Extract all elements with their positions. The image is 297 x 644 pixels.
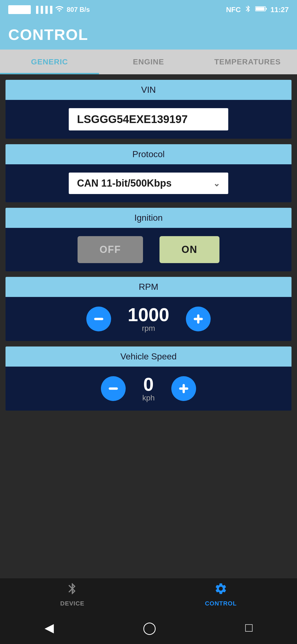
svg-rect-1	[266, 8, 267, 10]
time: 11:27	[271, 6, 289, 14]
protocol-header: Protocol	[6, 144, 292, 164]
plus-icon	[177, 382, 191, 395]
ignition-buttons: OFF ON	[14, 236, 283, 263]
back-button[interactable]: ◀	[45, 621, 54, 635]
speed-number: 0	[142, 375, 155, 394]
volte-badge: VoLTE	[8, 5, 31, 14]
rpm-decrement-button[interactable]	[86, 307, 111, 331]
minus-icon	[92, 312, 106, 326]
vehicle-speed-card: Vehicle Speed 0 kph	[6, 346, 292, 411]
system-nav: ◀ ◯ □	[0, 611, 297, 644]
rpm-value-display: 1000 rpm	[128, 305, 169, 333]
ignition-body: OFF ON	[6, 228, 292, 271]
ignition-on-button[interactable]: ON	[160, 236, 219, 263]
svg-rect-3	[94, 318, 103, 320]
home-button[interactable]: ◯	[143, 621, 156, 635]
rpm-number: 1000	[128, 305, 169, 324]
minus-icon	[106, 382, 120, 395]
gear-nav-icon	[214, 582, 227, 598]
rpm-header: RPM	[6, 277, 292, 297]
nav-device[interactable]: DEVICE	[60, 582, 84, 607]
rpm-increment-button[interactable]	[186, 307, 211, 331]
vin-input[interactable]	[69, 108, 228, 130]
protocol-card: Protocol CAN 11-bit/500Kbps ⌄	[6, 144, 292, 202]
plus-icon	[191, 312, 205, 326]
svg-rect-5	[197, 314, 199, 323]
status-right: NFC 11:27	[226, 5, 289, 15]
status-bar: VoLTE ▐▐▐▐ 807 B/s NFC 11:27	[0, 0, 297, 19]
chevron-down-icon: ⌄	[213, 179, 220, 188]
ignition-header: Ignition	[6, 208, 292, 228]
app-header: CONTROL	[0, 19, 297, 50]
signal-strength: ▐▐▐▐	[34, 6, 52, 13]
bottom-nav: DEVICE CONTROL	[0, 578, 297, 611]
ignition-off-button[interactable]: OFF	[78, 236, 143, 263]
status-left: VoLTE ▐▐▐▐ 807 B/s	[8, 4, 90, 15]
vin-body	[6, 100, 292, 139]
protocol-dropdown[interactable]: CAN 11-bit/500Kbps ⌄	[69, 173, 228, 194]
speed-decrement-button[interactable]	[101, 376, 126, 401]
speed-increment-button[interactable]	[171, 376, 196, 401]
content-area: VIN Protocol CAN 11-bit/500Kbps ⌄ Igniti…	[0, 74, 297, 416]
battery-icon	[255, 5, 267, 15]
rpm-unit: rpm	[128, 324, 169, 333]
speed-value-display: 0 kph	[142, 375, 155, 402]
control-nav-label: CONTROL	[205, 600, 237, 607]
nfc-icon: NFC	[226, 6, 241, 14]
tab-engine[interactable]: ENGINE	[99, 50, 198, 74]
tabs-bar: GENERIC ENGINE TEMPERATURES	[0, 50, 297, 74]
tab-generic[interactable]: GENERIC	[0, 50, 99, 74]
vehicle-speed-body: 0 kph	[6, 367, 292, 411]
svg-rect-8	[182, 384, 185, 393]
svg-rect-6	[109, 388, 118, 390]
tab-temperatures[interactable]: TEMPERATURES	[198, 50, 297, 74]
nav-control[interactable]: CONTROL	[205, 582, 237, 607]
protocol-body: CAN 11-bit/500Kbps ⌄	[6, 164, 292, 202]
bluetooth-icon	[244, 5, 252, 15]
recents-button[interactable]: □	[245, 621, 253, 634]
rpm-card: RPM 1000 rpm	[6, 277, 292, 341]
ignition-card: Ignition OFF ON	[6, 208, 292, 271]
device-nav-label: DEVICE	[60, 600, 84, 607]
vin-header: VIN	[6, 80, 292, 100]
protocol-value: CAN 11-bit/500Kbps	[77, 178, 172, 189]
svg-rect-2	[256, 7, 265, 10]
wifi-icon	[55, 4, 64, 15]
vin-card: VIN	[6, 80, 292, 139]
app-title: CONTROL	[8, 26, 88, 43]
network-speed: 807 B/s	[67, 6, 90, 13]
speed-unit: kph	[142, 394, 155, 402]
rpm-stepper: 1000 rpm	[14, 305, 283, 333]
vehicle-speed-header: Vehicle Speed	[6, 346, 292, 367]
bluetooth-nav-icon	[66, 582, 79, 598]
rpm-body: 1000 rpm	[6, 297, 292, 341]
speed-stepper: 0 kph	[14, 375, 283, 402]
